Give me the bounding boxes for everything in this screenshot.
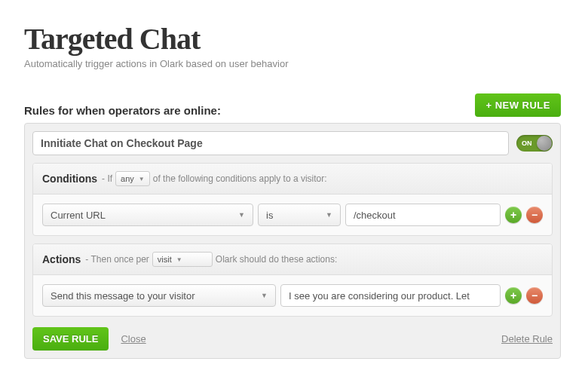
- toggle-knob: [537, 136, 552, 151]
- rule-footer: SAVE RULE Close Delete Rule: [32, 324, 553, 351]
- actions-title: Actions: [42, 253, 81, 265]
- save-rule-button[interactable]: SAVE RULE: [32, 327, 109, 351]
- rule-enabled-toggle[interactable]: ON: [516, 135, 553, 152]
- condition-field-select[interactable]: Current URL ▼: [42, 204, 253, 226]
- add-condition-button[interactable]: +: [505, 207, 522, 223]
- remove-condition-button[interactable]: −: [526, 207, 543, 223]
- conditions-header: Conditions - If any ▼ of the following c…: [33, 164, 552, 194]
- rules-section-label: Rules for when operators are online:: [24, 104, 221, 117]
- chevron-down-icon: ▼: [139, 176, 145, 182]
- chevron-down-icon: ▼: [176, 256, 182, 263]
- actions-suffix: Olark should do these actions:: [216, 254, 337, 265]
- actions-frequency-value: visit: [158, 255, 172, 264]
- conditions-section: Conditions - If any ▼ of the following c…: [32, 163, 553, 236]
- rule-name-input[interactable]: [32, 131, 509, 155]
- actions-frequency-select[interactable]: visit ▼: [152, 252, 213, 267]
- page-subtitle: Automatically trigger actions in Olark b…: [24, 58, 561, 69]
- actions-section: Actions - Then once per visit ▼ Olark sh…: [32, 243, 553, 317]
- conditions-match-mode-select[interactable]: any ▼: [115, 171, 150, 186]
- actions-prefix: - Then once per: [85, 254, 149, 265]
- conditions-prefix: - If: [102, 173, 112, 184]
- action-type-value: Send this message to your visitor: [51, 290, 194, 302]
- chevron-down-icon: ▼: [326, 211, 332, 219]
- action-type-select[interactable]: Send this message to your visitor ▼: [42, 284, 276, 307]
- condition-operator-select[interactable]: is ▼: [258, 204, 341, 226]
- chevron-down-icon: ▼: [238, 211, 245, 219]
- actions-header: Actions - Then once per visit ▼ Olark sh…: [33, 244, 552, 275]
- page-title: Targeted Chat: [24, 21, 561, 57]
- action-row: Send this message to your visitor ▼ + −: [33, 275, 552, 316]
- delete-rule-link[interactable]: Delete Rule: [501, 333, 553, 345]
- rule-panel: ON Conditions - If any ▼ of the followin…: [24, 123, 561, 359]
- condition-row: Current URL ▼ is ▼ + −: [33, 194, 552, 235]
- close-link[interactable]: Close: [121, 333, 145, 345]
- add-action-button[interactable]: +: [505, 287, 522, 304]
- condition-value-input[interactable]: [345, 204, 501, 226]
- new-rule-button[interactable]: + NEW RULE: [475, 93, 561, 117]
- chevron-down-icon: ▼: [261, 292, 268, 299]
- conditions-suffix: of the following conditions apply to a v…: [153, 173, 327, 184]
- conditions-title: Conditions: [42, 173, 97, 185]
- condition-operator-value: is: [266, 210, 273, 221]
- remove-action-button[interactable]: −: [526, 287, 543, 304]
- action-value-input[interactable]: [280, 284, 501, 307]
- conditions-match-mode-value: any: [121, 174, 134, 183]
- toggle-label: ON: [522, 139, 532, 147]
- condition-field-value: Current URL: [51, 210, 106, 221]
